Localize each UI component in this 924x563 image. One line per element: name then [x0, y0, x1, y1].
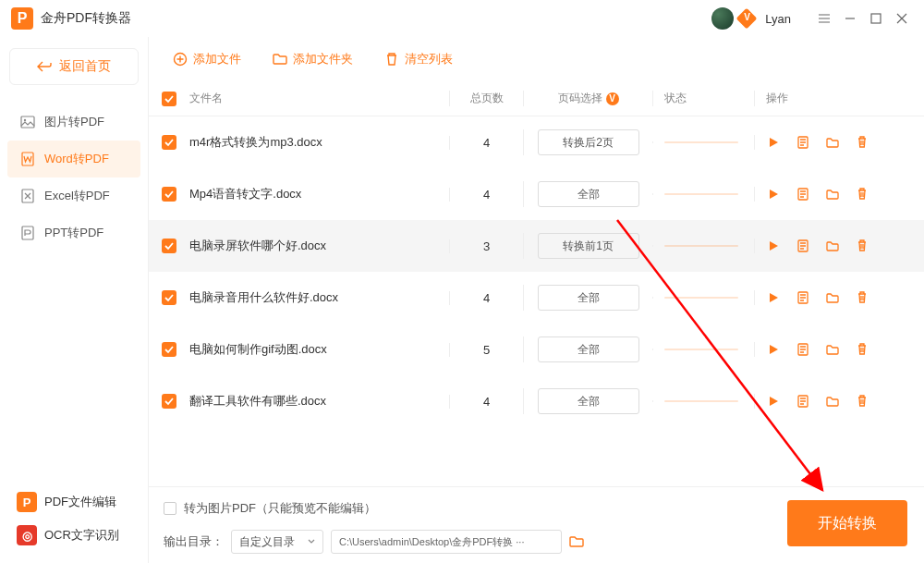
- status-cell: [652, 297, 754, 299]
- folder-button[interactable]: [825, 187, 840, 202]
- delete-button[interactable]: [855, 394, 869, 409]
- sidebar-item-image-to-pdf[interactable]: 图片转PDF: [7, 104, 140, 141]
- page-count: 4: [449, 395, 523, 409]
- file-name: 电脑如何制作gif动图.docx: [189, 341, 449, 358]
- detail-button[interactable]: [796, 135, 810, 150]
- output-mode-select[interactable]: 自定义目录: [231, 530, 323, 554]
- sidebar: 返回首页 图片转PDF Word转PDF Excel转PDF PPT转PDF P…: [0, 37, 148, 563]
- row-checkbox[interactable]: [162, 135, 176, 150]
- row-checkbox[interactable]: [162, 394, 176, 409]
- row-checkbox[interactable]: [162, 187, 176, 202]
- table-row[interactable]: 电脑录音用什么软件好.docx 4 全部: [149, 272, 924, 324]
- ppt-icon: [20, 226, 35, 240]
- folder-button[interactable]: [825, 290, 840, 305]
- status-cell: [652, 400, 754, 402]
- back-icon: [37, 59, 52, 74]
- row-checkbox[interactable]: [162, 342, 176, 357]
- play-button[interactable]: [766, 239, 781, 253]
- minimize-button[interactable]: [839, 7, 861, 30]
- detail-button[interactable]: [796, 239, 810, 253]
- table-row[interactable]: m4r格式转换为mp3.docx 4 转换后2页: [149, 116, 924, 168]
- delete-button[interactable]: [855, 187, 869, 202]
- sidebar-bottom-pdf-edit[interactable]: P PDF文件编辑: [7, 485, 146, 519]
- svg-rect-0: [871, 14, 881, 23]
- play-button[interactable]: [766, 342, 781, 357]
- titlebar: P 金舟PDF转换器 Lyan: [0, 0, 924, 37]
- add-file-button[interactable]: 添加文件: [162, 44, 252, 74]
- play-button[interactable]: [766, 290, 781, 305]
- page-range-select[interactable]: 全部: [538, 181, 639, 207]
- folder-icon: [273, 52, 287, 67]
- table-row[interactable]: 电脑如何制作gif动图.docx 5 全部: [149, 324, 924, 375]
- select-all-checkbox[interactable]: [162, 92, 176, 106]
- page-range-select[interactable]: 全部: [538, 388, 639, 414]
- status-cell: [652, 349, 754, 350]
- detail-button[interactable]: [796, 187, 810, 202]
- open-folder-button[interactable]: [569, 534, 584, 549]
- page-range-select[interactable]: 全部: [538, 285, 639, 311]
- delete-button[interactable]: [855, 239, 869, 253]
- folder-button[interactable]: [825, 394, 840, 409]
- folder-button[interactable]: [825, 135, 840, 150]
- sidebar-item-label: Excel转PDF: [44, 188, 110, 204]
- app-title: 金舟PDF转换器: [41, 10, 131, 27]
- detail-button[interactable]: [796, 290, 810, 305]
- output-path-field[interactable]: C:\Users\admin\Desktop\金舟PDF转换 ···: [331, 530, 562, 554]
- header-status: 状态: [652, 91, 754, 106]
- delete-button[interactable]: [855, 135, 869, 150]
- file-name: 翻译工具软件有哪些.docx: [189, 393, 449, 410]
- play-button[interactable]: [766, 187, 781, 202]
- progress-bar: [664, 245, 738, 247]
- add-folder-button[interactable]: 添加文件夹: [261, 44, 364, 74]
- progress-bar: [664, 349, 738, 350]
- footer: 转为图片PDF（只能预览不能编辑） 输出目录： 自定义目录 C:\Users\a…: [149, 486, 924, 563]
- chevron-down-icon: [308, 538, 315, 545]
- sidebar-item-ppt-to-pdf[interactable]: PPT转PDF: [7, 214, 140, 251]
- sidebar-item-label: Word转PDF: [44, 151, 109, 167]
- folder-button[interactable]: [825, 239, 840, 253]
- maximize-button[interactable]: [865, 7, 887, 30]
- table-row[interactable]: 翻译工具软件有哪些.docx 4 全部: [149, 375, 924, 427]
- close-button[interactable]: [891, 7, 913, 30]
- clear-list-button[interactable]: 清空列表: [373, 44, 464, 74]
- menu-button[interactable]: [813, 7, 835, 30]
- table-row[interactable]: 电脑录屏软件哪个好.docx 3 转换前1页: [149, 220, 924, 272]
- sidebar-item-excel-to-pdf[interactable]: Excel转PDF: [7, 177, 140, 214]
- delete-button[interactable]: [855, 342, 869, 357]
- page-count: 4: [449, 136, 523, 150]
- header-select: 页码选择V: [523, 91, 652, 106]
- svg-rect-1: [21, 116, 34, 128]
- image-icon: [20, 115, 35, 129]
- progress-bar: [664, 141, 738, 143]
- vip-indicator-icon: V: [606, 92, 619, 105]
- delete-button[interactable]: [855, 290, 869, 305]
- convert-button[interactable]: 开始转换: [787, 500, 907, 546]
- sidebar-item-label: PPT转PDF: [44, 225, 103, 241]
- page-range-select[interactable]: 全部: [538, 337, 639, 362]
- status-cell: [652, 141, 754, 143]
- detail-button[interactable]: [796, 342, 810, 357]
- play-button[interactable]: [766, 135, 781, 150]
- page-range-select[interactable]: 转换后2页: [538, 129, 639, 155]
- detail-button[interactable]: [796, 394, 810, 409]
- header-name: 文件名: [189, 91, 449, 106]
- row-checkbox[interactable]: [162, 239, 176, 253]
- sidebar-bottom-ocr[interactable]: ◎ OCR文字识别: [7, 519, 146, 552]
- ocr-icon: ◎: [17, 525, 37, 545]
- play-button[interactable]: [766, 394, 781, 409]
- to-image-checkbox[interactable]: [164, 502, 176, 515]
- back-button[interactable]: 返回首页: [9, 48, 139, 85]
- page-count: 5: [449, 343, 523, 357]
- avatar[interactable]: [711, 7, 734, 30]
- content-area: 添加文件 添加文件夹 清空列表 文件名 总页数 页码选择V 状态 操作 m4r格…: [148, 37, 924, 563]
- progress-bar: [664, 400, 738, 402]
- header-ops: 操作: [754, 91, 911, 106]
- row-checkbox[interactable]: [162, 290, 176, 305]
- sidebar-item-word-to-pdf[interactable]: Word转PDF: [7, 141, 140, 177]
- folder-button[interactable]: [825, 342, 840, 357]
- word-icon: [20, 152, 35, 166]
- page-range-select[interactable]: 转换前1页: [538, 233, 639, 259]
- status-cell: [652, 245, 754, 247]
- table-row[interactable]: Mp4语音转文字.docx 4 全部: [149, 168, 924, 220]
- file-name: m4r格式转换为mp3.docx: [189, 134, 449, 151]
